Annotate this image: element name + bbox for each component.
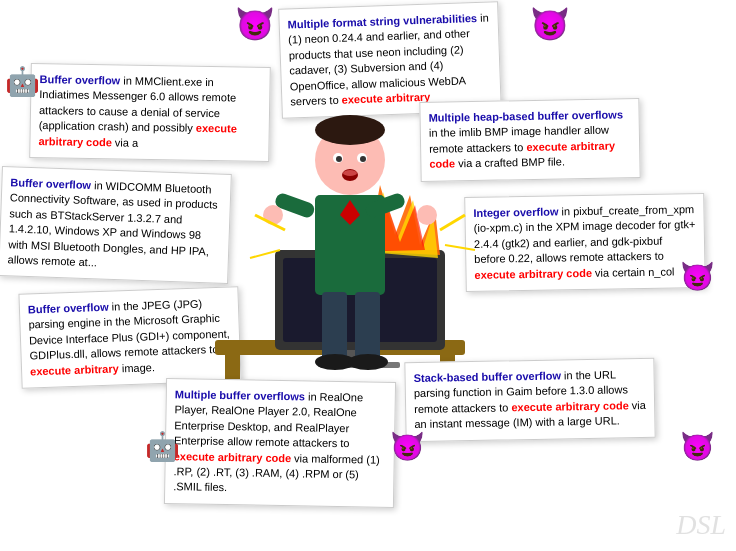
svg-point-27 (343, 170, 357, 176)
svg-marker-9 (350, 198, 425, 252)
svg-rect-5 (340, 350, 380, 362)
robot-icon-left: 🤖 (5, 65, 40, 98)
card-buffer-mmclient: Buffer overflow in MMClient.exe in India… (29, 63, 271, 162)
svg-line-30 (255, 215, 285, 230)
card-realplayer-highlight: execute arbitrary code (174, 450, 292, 464)
svg-line-31 (250, 250, 280, 258)
card-jpeg-overflow: Buffer overflow in the JPEG (JPG) parsin… (18, 286, 241, 389)
card-buffer-mmclient-body2: via a (112, 136, 139, 148)
svg-rect-4 (283, 258, 437, 342)
card-widcomm-body: in WIDCOMM Bluetooth Connectivity Softwa… (8, 179, 218, 268)
svg-point-11 (315, 115, 385, 145)
svg-rect-14 (273, 192, 316, 220)
card-gaim-title: Stack-based buffer overflow (413, 369, 561, 384)
svg-marker-7 (340, 185, 440, 255)
svg-line-28 (440, 215, 465, 230)
svg-point-26 (342, 169, 358, 181)
svg-point-21 (348, 354, 388, 370)
svg-point-17 (417, 205, 437, 225)
card-gaim-highlight: execute arbitrary code (511, 399, 629, 413)
card-buffer-mmclient-title: Buffer overflow (39, 73, 120, 86)
svg-point-25 (360, 156, 366, 162)
svg-point-20 (315, 354, 355, 370)
card-integer-overflow-highlight: execute arbitrary code (474, 266, 592, 280)
svg-point-10 (315, 125, 385, 195)
devil-icon-top-right: 😈 (530, 5, 570, 43)
card-realplayer: Multiple buffer overflows in RealOne Pla… (164, 378, 396, 508)
card-widcomm: Buffer overflow in WIDCOMM Bluetooth Con… (0, 166, 232, 284)
card-jpeg-body2: image. (119, 361, 155, 374)
card-integer-overflow: Integer overflow in pixbuf_create_from_x… (464, 193, 706, 292)
devil-icon-bottom-center: 😈 (390, 430, 425, 463)
svg-marker-13 (340, 200, 360, 225)
card-heap-buffer-title: Multiple heap-based buffer overflows (428, 108, 623, 123)
card-integer-overflow-title: Integer overflow (473, 205, 558, 218)
svg-rect-15 (364, 192, 407, 220)
svg-rect-18 (322, 292, 347, 362)
card-format-string-highlight: execute arbitrary (341, 91, 430, 106)
card-widcomm-title: Buffer overflow (10, 176, 91, 191)
devil-icon-bottom-right: 😈 (680, 430, 715, 463)
card-heap-buffer: Multiple heap-based buffer overflows in … (419, 98, 640, 181)
svg-rect-6 (320, 362, 400, 368)
svg-rect-12 (315, 195, 385, 295)
card-jpeg-title: Buffer overflow (28, 301, 109, 316)
robot-icon-bottom-left: 🤖 (145, 430, 180, 463)
svg-point-22 (333, 153, 343, 163)
svg-point-24 (336, 156, 342, 162)
svg-rect-3 (275, 250, 445, 350)
devil-icon-right: 😈 (680, 260, 715, 293)
svg-rect-0 (215, 340, 465, 355)
svg-rect-19 (355, 292, 380, 362)
svg-marker-8 (345, 192, 438, 258)
card-gaim: Stack-based buffer overflow in the URL p… (404, 358, 655, 442)
svg-point-16 (263, 205, 283, 225)
card-integer-overflow-body2: via certain n_col (592, 265, 675, 278)
card-heap-buffer-body2: via a crafted BMP file. (455, 156, 565, 170)
devil-icon-top-left: 😈 (235, 5, 275, 43)
svg-point-23 (357, 153, 367, 163)
card-jpeg-highlight: execute arbitrary (30, 362, 119, 377)
card-realplayer-title: Multiple buffer overflows (175, 388, 305, 402)
watermark: DSL (676, 509, 726, 541)
